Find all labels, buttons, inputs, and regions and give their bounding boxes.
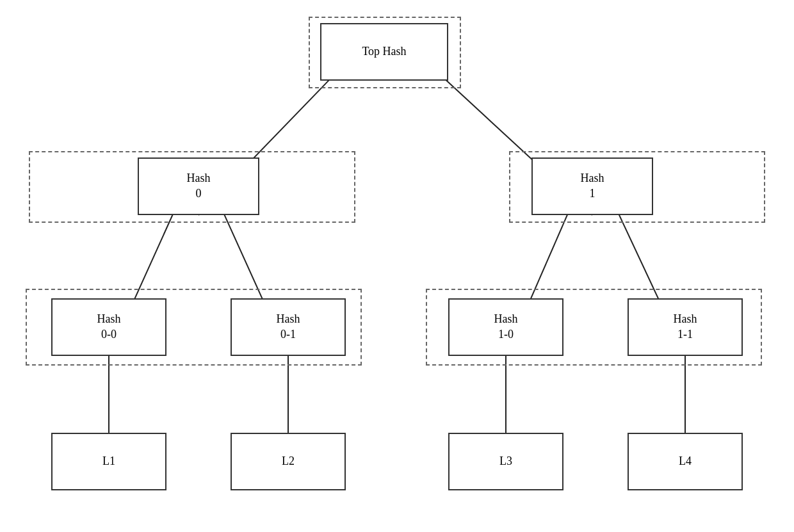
- node-top-hash: Top Hash: [320, 23, 448, 81]
- node-l4: L4: [628, 433, 743, 490]
- node-hash0: Hash0: [138, 157, 259, 215]
- node-hash01: Hash0-1: [231, 298, 346, 356]
- node-hash1: Hash1: [531, 157, 653, 215]
- node-hash10: Hash1-0: [448, 298, 563, 356]
- node-l2: L2: [231, 433, 346, 490]
- merkle-tree-diagram: Top HashHash0Hash1Hash0-0Hash0-1Hash1-0H…: [13, 10, 781, 522]
- node-hash00: Hash0-0: [51, 298, 166, 356]
- node-hash11: Hash1-1: [628, 298, 743, 356]
- node-l1: L1: [51, 433, 166, 490]
- node-l3: L3: [448, 433, 563, 490]
